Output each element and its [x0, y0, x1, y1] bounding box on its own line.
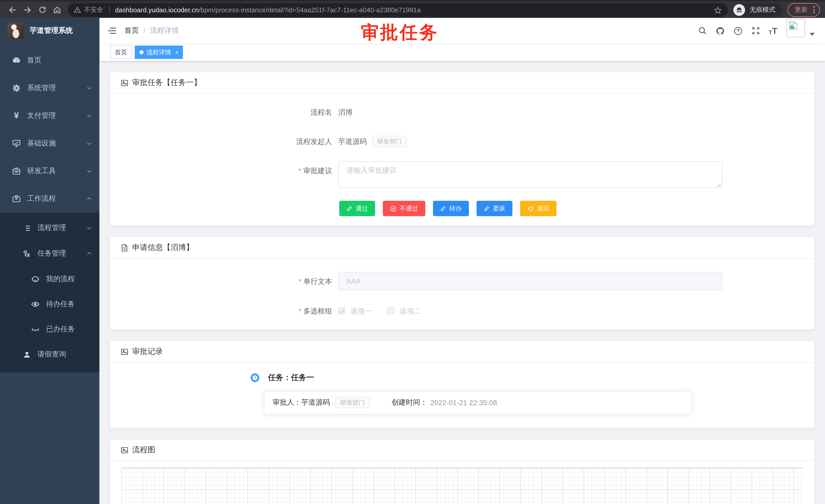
sidebar-item-workflow[interactable]: 工作流程: [0, 185, 99, 213]
delegate-button[interactable]: 委派: [476, 201, 512, 216]
broken-image-icon: [788, 20, 798, 31]
active-dot-icon: [139, 50, 144, 54]
picture-icon: [121, 347, 129, 356]
address-bar[interactable]: 不安全 dashboard.yudao.iocoder.cn/bpm/proce…: [68, 3, 728, 17]
sidebar-item-home[interactable]: 首页: [0, 47, 99, 74]
browser-menu-icon[interactable]: [812, 5, 816, 14]
time-value: 2022-01-21 22:35:08: [431, 399, 497, 407]
reload-button[interactable]: [35, 2, 50, 17]
forward-icon: [23, 5, 32, 14]
avatar-caret-icon[interactable]: [810, 33, 815, 36]
checkbox-label: 选项二: [400, 306, 421, 316]
reject-button[interactable]: 不通过: [383, 201, 425, 216]
fullscreen-icon: [751, 26, 760, 35]
robot-icon: [29, 274, 42, 283]
app-logo: [8, 22, 24, 39]
form-row-initiator: 流程发起人 芋道源码 研发部门: [121, 132, 804, 151]
help-button[interactable]: [729, 18, 747, 44]
browser-window: 不安全 dashboard.yudao.iocoder.cn/bpm/proce…: [0, 0, 825, 504]
chrome-update-button[interactable]: 更新: [788, 3, 820, 17]
form-row-process-name: 流程名 滔博: [121, 103, 804, 121]
browser-chrome: 不安全 dashboard.yudao.iocoder.cn/bpm/proce…: [0, 0, 825, 18]
sidebar-item-task-mgmt[interactable]: 任务管理: [0, 241, 99, 266]
record-box: 审批人： 芋道源码 研发部门 创建时间： 2022-01-21 22:35:08: [264, 391, 692, 414]
tab-process-detail[interactable]: 流程详情 ×: [135, 46, 183, 59]
sidebar-menu: 首页 系统管理 ¥ 支付管理: [0, 47, 99, 372]
chevron-down-icon: [86, 85, 92, 91]
forward-button[interactable]: [20, 2, 35, 17]
monitor-icon: [10, 139, 22, 148]
sidebar-item-todo-tasks[interactable]: 待办任务: [0, 291, 99, 317]
sidebar-item-leave-query[interactable]: 请假查询: [0, 342, 99, 367]
approve-button[interactable]: 通过: [339, 201, 375, 216]
card-title: 流程图: [132, 445, 155, 455]
card-body: 流程名 滔博 流程发起人 芋道源码 研发部门 审批建议: [110, 94, 814, 225]
chevron-up-icon: [86, 250, 92, 257]
time-label: 创建时间：: [391, 398, 427, 407]
font-size-button[interactable]: TT: [764, 18, 781, 44]
home-button[interactable]: [50, 2, 65, 17]
annotation-text: 审批任务: [361, 20, 439, 45]
search-button[interactable]: [694, 18, 711, 44]
sidebar-item-label: 已办任务: [46, 325, 92, 334]
field-value: 芋道源码 研发部门: [338, 132, 407, 151]
field-label: 单行文本: [121, 272, 338, 290]
sidebar-item-label: 首页: [27, 56, 92, 65]
tab-home[interactable]: 首页: [110, 46, 132, 59]
sidebar-collapse-button[interactable]: [107, 26, 117, 35]
avatar[interactable]: [786, 19, 805, 37]
update-label: 更新: [795, 5, 808, 14]
sidebar-item-system[interactable]: 系统管理: [0, 74, 99, 102]
sidebar-item-label: 请假查询: [38, 350, 92, 359]
return-button[interactable]: 退回: [520, 201, 556, 216]
transfer-button[interactable]: 转办: [433, 201, 469, 216]
toolbox-icon: [10, 166, 22, 176]
question-icon: [733, 26, 743, 35]
task-title: 任务：任务一: [268, 373, 314, 383]
breadcrumb-home[interactable]: 首页: [125, 26, 139, 35]
refresh-left-icon: [527, 205, 534, 212]
sidebar-item-process-mgmt[interactable]: 流程管理: [0, 215, 99, 241]
initiator-name: 芋道源码: [338, 132, 367, 151]
circle-close-icon: [390, 205, 397, 212]
form-row-checkbox: 多选框组 选项一 选项二: [121, 306, 804, 316]
sidebar-logo[interactable]: 芋道管理系统: [0, 18, 99, 44]
sidebar-item-my-process[interactable]: 我的流程: [0, 266, 99, 291]
sidebar-item-pay[interactable]: ¥ 支付管理: [0, 102, 99, 130]
picture-icon: [121, 79, 129, 87]
bpmn-canvas[interactable]: [122, 468, 803, 504]
card-header: 流程图: [110, 439, 814, 461]
card-header: 审批任务【任务一】: [110, 72, 814, 94]
edit-icon: [440, 205, 446, 212]
approval-actions: 通过 不通过 转办 委: [339, 201, 804, 216]
checkbox-unchecked-icon: [387, 307, 394, 315]
sidebar-item-label: 流程管理: [38, 223, 86, 233]
suggestion-textarea[interactable]: [338, 161, 723, 188]
timeline-item: 任务：任务一: [250, 373, 804, 383]
github-button[interactable]: [711, 18, 729, 44]
sitemap-icon: [20, 249, 33, 258]
document-icon: [121, 244, 129, 252]
close-icon[interactable]: ×: [175, 49, 178, 55]
checkbox-group: 选项一 选项二: [338, 306, 421, 316]
sidebar-item-done-tasks[interactable]: 已办任务: [0, 317, 99, 342]
breadcrumb-separator: /: [144, 27, 146, 35]
back-button[interactable]: [5, 2, 20, 17]
sidebar-item-infra[interactable]: 基础设施: [0, 130, 99, 157]
workflow-submenu: 流程管理 任务管理 我的流程: [0, 213, 99, 372]
checkbox-label: 选项一: [351, 306, 372, 316]
chevron-down-icon: [86, 113, 92, 119]
card-header: 审批记录: [110, 341, 814, 363]
sidebar-item-label: 支付管理: [27, 111, 86, 120]
hamburger-icon: [107, 26, 117, 35]
fullscreen-button[interactable]: [747, 18, 764, 44]
bookmark-star-icon[interactable]: [714, 5, 722, 14]
sidebar-item-devtools[interactable]: 研发工具: [0, 157, 99, 185]
sidebar-item-label: 研发工具: [27, 166, 86, 176]
page-content: 审批任务【任务一】 流程名 滔博 流程发起人 芋道源码 研发部门: [99, 62, 825, 504]
process-diagram-card: 流程图: [110, 439, 815, 504]
insecure-warning-icon: [74, 6, 81, 13]
breadcrumb: 首页 / 流程详情: [125, 26, 179, 35]
search-icon: [698, 26, 707, 35]
user-icon: [20, 350, 33, 359]
